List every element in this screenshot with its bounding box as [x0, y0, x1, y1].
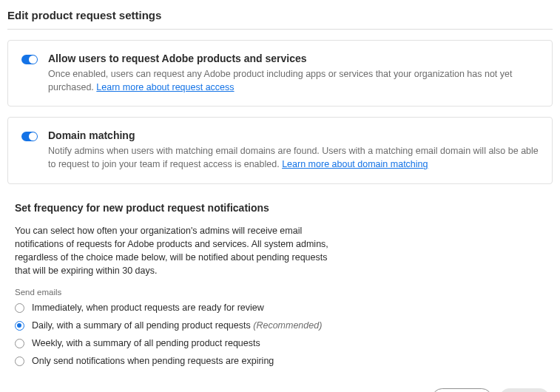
radio-option-weekly[interactable]: Weekly, with a summary of all pending pr…: [15, 338, 545, 348]
toggle-domain-matching[interactable]: [21, 132, 38, 141]
card-allow-request-title: Allow users to request Adobe products an…: [48, 53, 539, 64]
page-title: Edit product request settings: [7, 7, 553, 30]
card-allow-request-desc: Once enabled, users can request any Adob…: [48, 67, 539, 94]
radio-label: Daily, with a summary of all pending pro…: [32, 320, 251, 331]
card-domain-matching-desc: Notify admins when users with matching e…: [48, 144, 539, 171]
link-learn-request-access[interactable]: Learn more about request access: [96, 82, 234, 92]
card-allow-request: Allow users to request Adobe products an…: [7, 40, 553, 107]
radio-icon: [15, 339, 24, 348]
radio-group-label: Send emails: [15, 288, 545, 297]
frequency-section: Set frequency for new product request no…: [7, 202, 553, 367]
radio-icon: [15, 321, 24, 331]
radio-icon: [15, 356, 24, 366]
frequency-desc: You can select how often your organizati…: [15, 224, 340, 278]
radio-label: Weekly, with a summary of all pending pr…: [32, 338, 260, 348]
radio-option-immediately[interactable]: Immediately, when product requests are r…: [15, 303, 545, 313]
radio-icon: [15, 303, 24, 313]
toggle-allow-request[interactable]: [21, 55, 38, 64]
card-domain-matching: Domain matching Notify admins when users…: [7, 117, 553, 183]
save-button[interactable]: Save: [499, 388, 550, 392]
radio-label: Immediately, when product requests are r…: [32, 303, 264, 313]
radio-option-expiring-only[interactable]: Only send notifications when pending req…: [15, 356, 545, 366]
footer: Cancel Save: [7, 388, 553, 392]
recommended-label: (Recommended): [253, 320, 322, 331]
radio-option-daily[interactable]: Daily, with a summary of all pending pro…: [15, 320, 545, 331]
frequency-title: Set frequency for new product request no…: [15, 202, 545, 214]
cancel-button[interactable]: Cancel: [432, 388, 492, 392]
link-learn-domain-matching[interactable]: Learn more about domain matching: [282, 159, 428, 169]
radio-label: Only send notifications when pending req…: [32, 356, 274, 366]
card-domain-matching-title: Domain matching: [48, 129, 539, 141]
